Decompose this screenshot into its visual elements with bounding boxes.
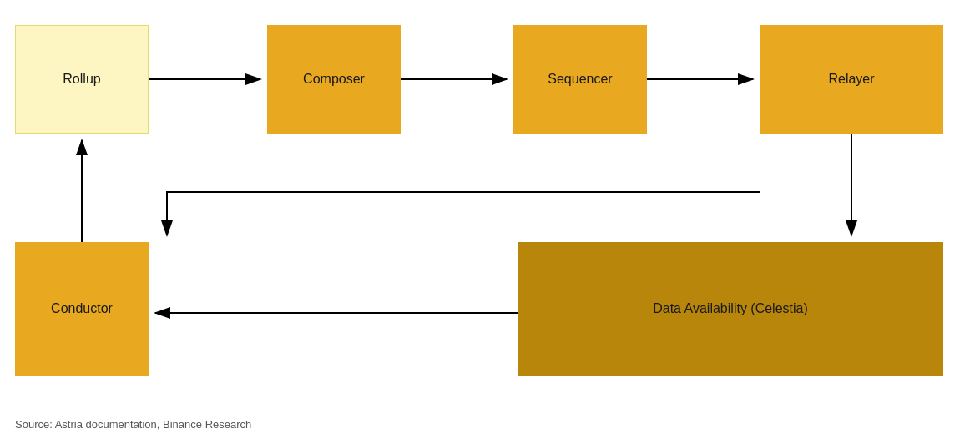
source-text: Source: Astria documentation, Binance Re… (15, 418, 251, 431)
arrow-bent-to-conductor (167, 192, 760, 235)
diagram-arrows (0, 0, 980, 409)
